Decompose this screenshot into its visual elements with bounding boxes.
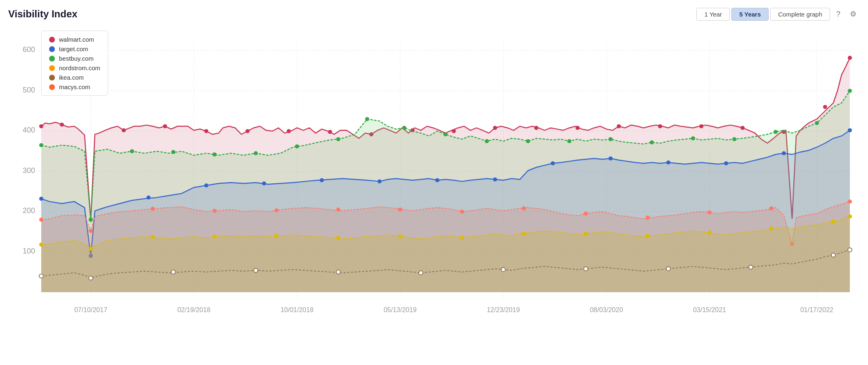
- legend-dot-macys: [49, 84, 55, 90]
- complete-graph-button[interactable]: Complete graph: [770, 8, 830, 21]
- svg-point-29: [60, 123, 64, 127]
- svg-point-117: [89, 276, 93, 280]
- svg-text:08/03/2020: 08/03/2020: [590, 306, 623, 313]
- svg-point-125: [749, 265, 753, 269]
- svg-point-63: [567, 139, 571, 143]
- svg-text:07/10/2017: 07/10/2017: [74, 306, 107, 313]
- svg-point-101: [39, 243, 43, 247]
- legend-dot-walmart: [49, 37, 55, 43]
- svg-point-89: [212, 209, 217, 213]
- legend-item-walmart: walmart.com: [49, 36, 100, 43]
- legend-item-macys: macys.com: [49, 83, 100, 90]
- svg-point-84: [782, 151, 786, 155]
- svg-point-56: [295, 145, 299, 149]
- settings-button[interactable]: ⚙: [847, 7, 860, 21]
- help-icon: ?: [836, 10, 840, 19]
- header-controls: 1 Year 5 Years Complete graph ? ⚙: [696, 7, 860, 21]
- legend-item-target: target.com: [49, 45, 100, 52]
- svg-point-98: [769, 206, 774, 211]
- svg-point-126: [831, 253, 835, 257]
- svg-point-46: [741, 126, 745, 130]
- svg-text:500: 500: [23, 86, 35, 94]
- svg-point-39: [452, 129, 456, 133]
- legend-dot-nordstrom: [49, 65, 55, 71]
- svg-point-82: [666, 161, 670, 165]
- svg-point-113: [769, 227, 774, 231]
- svg-point-49: [848, 56, 852, 60]
- svg-point-42: [576, 126, 580, 130]
- legend-dot-ikea: [49, 75, 55, 81]
- svg-point-78: [435, 178, 439, 182]
- svg-point-69: [815, 121, 819, 125]
- header: Visibility Index 1 Year 5 Years Complete…: [8, 5, 860, 23]
- svg-point-43: [617, 124, 621, 128]
- chart-svg: .grid-line { stroke: #ccc; stroke-width:…: [8, 26, 860, 348]
- legend-label-nordstrom: nordstrom.com: [59, 64, 100, 71]
- svg-point-87: [89, 229, 93, 233]
- svg-point-118: [171, 270, 175, 274]
- svg-point-111: [646, 234, 650, 238]
- svg-point-35: [287, 129, 291, 133]
- legend-label-ikea: ikea.com: [59, 74, 84, 81]
- legend-label-bestbuy: bestbuy.com: [59, 55, 94, 62]
- svg-point-64: [609, 137, 613, 141]
- svg-point-77: [377, 180, 382, 184]
- svg-point-75: [262, 181, 266, 185]
- svg-point-120: [336, 270, 340, 274]
- legend: walmart.com target.com bestbuy.com nords…: [41, 31, 108, 96]
- svg-point-90: [274, 209, 278, 213]
- svg-point-107: [398, 235, 402, 239]
- svg-text:10/01/2018: 10/01/2018: [281, 306, 314, 313]
- svg-point-73: [146, 196, 151, 200]
- svg-text:03/15/2021: 03/15/2021: [693, 306, 726, 313]
- svg-point-70: [848, 89, 852, 93]
- svg-point-54: [212, 152, 217, 156]
- svg-point-53: [171, 150, 175, 154]
- svg-point-32: [163, 124, 167, 128]
- legend-item-ikea: ikea.com: [49, 74, 100, 81]
- svg-point-80: [551, 161, 555, 166]
- svg-point-105: [274, 234, 278, 238]
- svg-text:600: 600: [23, 46, 35, 54]
- svg-point-76: [320, 178, 324, 182]
- svg-point-83: [724, 161, 728, 166]
- svg-point-52: [130, 149, 134, 153]
- svg-point-65: [650, 140, 654, 145]
- svg-point-51: [89, 218, 93, 222]
- svg-text:05/13/2019: 05/13/2019: [384, 306, 417, 313]
- svg-point-104: [212, 235, 217, 239]
- legend-label-walmart: walmart.com: [59, 36, 94, 43]
- svg-point-74: [204, 183, 208, 187]
- svg-text:300: 300: [23, 166, 35, 175]
- svg-point-103: [151, 235, 155, 239]
- svg-point-62: [526, 139, 530, 143]
- five-years-button[interactable]: 5 Years: [731, 8, 769, 21]
- svg-point-124: [666, 267, 670, 271]
- legend-label-macys: macys.com: [59, 83, 90, 90]
- svg-point-66: [691, 136, 695, 140]
- svg-point-58: [365, 117, 369, 121]
- svg-text:01/17/2022: 01/17/2022: [800, 306, 833, 313]
- svg-point-28: [39, 124, 43, 128]
- svg-text:200: 200: [23, 207, 35, 215]
- chart-area: walmart.com target.com bestbuy.com nords…: [8, 26, 860, 348]
- svg-point-68: [774, 130, 778, 134]
- svg-point-79: [493, 178, 497, 182]
- one-year-button[interactable]: 1 Year: [696, 8, 730, 21]
- svg-point-122: [501, 268, 505, 272]
- svg-text:400: 400: [23, 126, 35, 135]
- legend-item-nordstrom: nordstrom.com: [49, 64, 100, 71]
- svg-text:12/23/2019: 12/23/2019: [487, 306, 520, 313]
- svg-point-112: [708, 230, 712, 235]
- svg-point-95: [584, 212, 588, 216]
- svg-text:02/19/2018: 02/19/2018: [177, 306, 210, 313]
- svg-point-81: [609, 156, 613, 161]
- svg-point-61: [485, 139, 489, 143]
- svg-point-102: [89, 246, 93, 251]
- svg-point-59: [402, 126, 406, 130]
- svg-point-127: [848, 248, 852, 252]
- svg-point-41: [534, 126, 538, 130]
- legend-dot-bestbuy: [49, 56, 55, 62]
- help-button[interactable]: ?: [832, 7, 845, 21]
- svg-point-45: [699, 124, 703, 128]
